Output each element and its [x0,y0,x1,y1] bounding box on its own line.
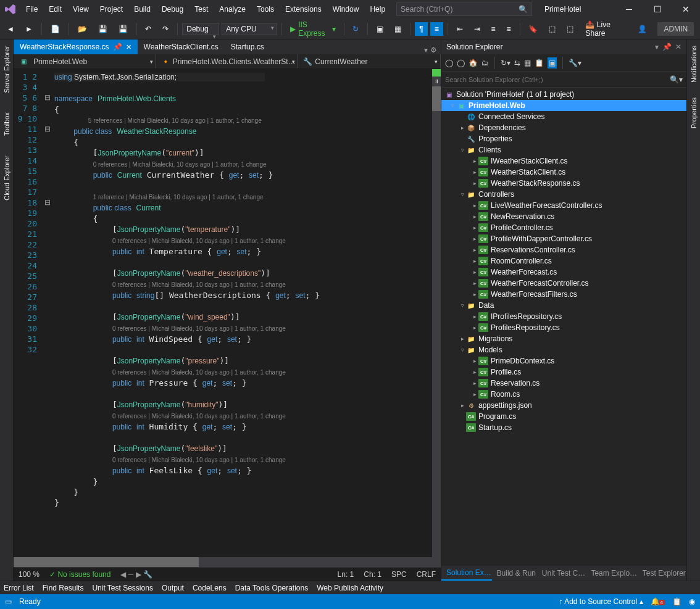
vertical-scrollbar[interactable]: ⏸ [432,69,441,557]
menu-build[interactable]: Build [129,2,156,16]
open-button[interactable]: 📂 [73,22,91,36]
tb-icon-3[interactable]: ¶ [415,22,427,36]
global-search[interactable]: Search (Ctrl+Q) 🔍 [396,2,532,16]
tree-file[interactable]: ▸C#WeatherStackClient.cs [441,167,686,178]
se-home-icon[interactable]: 🏠 [469,59,478,67]
tree-properties[interactable]: 🔧Properties [441,133,686,144]
tab-settings-icon[interactable]: ⚙ [430,46,437,54]
status-record-icon[interactable]: ◉ [689,597,695,606]
se-scope-icon[interactable]: ▣ [548,57,557,68]
menu-edit[interactable]: Edit [44,2,67,16]
tree-file[interactable]: ▸C#Profile.cs [441,367,686,378]
tree-folder-models[interactable]: ▿📁Models [441,344,686,355]
lineend-indicator[interactable]: CRLF [417,570,436,579]
tb-icon-2[interactable]: ▦ [390,22,406,36]
menu-extensions[interactable]: Extensions [280,2,327,16]
doc-tab-active[interactable]: WeatherStackResponse.cs 📌 ✕ [14,39,138,54]
tree-file[interactable]: ▸C#Room.cs [441,389,686,400]
tree-file[interactable]: ▸C#RoomController.cs [441,255,686,267]
tb-icon-6[interactable]: ⬚ [562,22,578,36]
tree-file[interactable]: ▸C#ProfilesRepository.cs [441,322,686,333]
se-sync-icon[interactable]: 🗂 [481,59,489,67]
menu-debug[interactable]: Debug [157,2,188,16]
menu-help[interactable]: Help [365,2,390,16]
bottom-tab-output[interactable]: Output [162,584,184,592]
tree-file[interactable]: ▸C#WeatherStackResponse.cs [441,178,686,189]
nav-fwd-button[interactable]: ► [21,22,37,36]
config-combo[interactable]: Debug [182,23,219,35]
bottom-tab-datatools[interactable]: Data Tools Operations [235,584,309,592]
tree-file[interactable]: ▸C#LiveWeatherForecastController.cs [441,200,686,211]
bottom-tab-codelens[interactable]: CodeLens [193,584,227,592]
nav-icons[interactable]: ◀ ─ ▶ 🔧 [120,570,152,579]
panel-tab-test[interactable]: Test Explorer [638,566,686,581]
notifications-button[interactable]: 🔔4 [651,597,665,606]
tree-file[interactable]: ▸C#ProfileController.cs [441,222,686,233]
se-back-icon[interactable]: ◯ [445,59,453,67]
indent-button[interactable]: ⇥ [470,22,485,36]
nav-class-combo[interactable]: 🔸PrimeHotel.Web.Clients.WeatherSt… [156,54,299,68]
minimize-button[interactable]: ─ [615,0,643,19]
tree-file[interactable]: ▸C#NewReservation.cs [441,211,686,222]
se-fwd-icon[interactable]: ◯ [457,59,465,67]
side-toolbox[interactable]: Toolbox [2,109,12,139]
solution-tree[interactable]: ▣Solution 'PrimeHotel' (1 of 1 project) … [441,88,686,566]
tree-file[interactable]: C#Startup.cs [441,422,686,433]
run-button[interactable]: IIS Express ▾ [286,19,339,39]
tree-file[interactable]: ▸⚙appsettings.json [441,400,686,411]
tree-project[interactable]: ▿▣PrimeHotel.Web [441,100,686,111]
panel-dropdown-icon[interactable]: ▾ [655,43,659,51]
menu-test[interactable]: Test [190,2,213,16]
panel-tab-unittest[interactable]: Unit Test C… [537,566,586,581]
tree-file[interactable]: ▸C#WeatherForecastFilters.cs [441,289,686,300]
menu-view[interactable]: View [68,2,94,16]
menu-window[interactable]: Window [328,2,364,16]
fold-gutter[interactable]: ⊟⊟⊟ [43,69,52,557]
doc-tab[interactable]: WeatherStackClient.cs [138,39,225,54]
uncomment-button[interactable]: ≡ [502,22,515,36]
platform-combo[interactable]: Any CPU [222,23,277,35]
bottom-tab-find[interactable]: Find Results [43,584,84,592]
tree-file[interactable]: ▸C#ReservationsController.cs [441,244,686,255]
tree-folder-migrations[interactable]: ▸📁Migrations [441,333,686,344]
tree-connected-services[interactable]: 🌐Connected Services [441,111,686,122]
tab-overflow-icon[interactable]: ▾ [424,46,428,54]
tree-solution[interactable]: ▣Solution 'PrimeHotel' (1 of 1 project) [441,89,686,100]
code-editor[interactable]: using System.Text.Json.Serialization; na… [52,69,432,557]
side-properties[interactable]: Properties [689,94,699,132]
se-wrench-icon[interactable]: 🔧▾ [569,59,581,67]
horizontal-scrollbar[interactable] [14,557,441,567]
tree-file[interactable]: ▸C#IProfilesRepository.cs [441,311,686,322]
tree-folder-clients[interactable]: ▿📁Clients [441,144,686,155]
new-project-button[interactable]: 📄 [46,22,64,36]
redo-button[interactable]: ↷ [158,22,173,36]
close-tab-icon[interactable]: ✕ [126,43,131,51]
bottom-tab-unittest[interactable]: Unit Test Sessions [92,584,153,592]
undo-button[interactable]: ↶ [141,22,156,36]
refresh-button[interactable]: ↻ [348,22,363,36]
nav-back-button[interactable]: ◄ [2,22,19,36]
pin-icon[interactable]: 📌 [113,43,122,51]
se-collapse-icon[interactable]: ⇆ [514,59,520,67]
live-share-button[interactable]: 📤 Live Share [580,19,631,39]
tree-file[interactable]: ▸C#IWeatherStackClient.cs [441,155,686,167]
save-button[interactable]: 💾 [94,22,112,36]
se-copy-icon[interactable]: 📋 [535,59,544,67]
tree-file[interactable]: ▸C#WeatherForecastController.cs [441,278,686,289]
outdent-button[interactable]: ⇤ [452,22,467,36]
comment-button[interactable]: ≡ [487,22,500,36]
tree-file[interactable]: ▸C#PrimeDbContext.cs [441,355,686,367]
se-search-input[interactable] [445,76,670,83]
bottom-tab-errorlist[interactable]: Error List [4,584,34,592]
close-button[interactable]: ✕ [672,0,700,19]
tree-file[interactable]: ▸C#ProfileWithDapperController.cs [441,233,686,244]
se-refresh-icon[interactable]: ↻▾ [501,59,510,67]
menu-analyze[interactable]: Analyze [214,2,251,16]
solution-explorer-search[interactable]: 🔍▾ [441,72,686,88]
source-control-button[interactable]: ↑ Add to Source Control ▴ [559,597,643,606]
panel-tab-solution[interactable]: Solution Ex… [441,566,492,581]
tree-folder-data[interactable]: ▿📁Data [441,300,686,311]
side-notifications[interactable]: Notifications [689,42,699,86]
panel-tab-team[interactable]: Team Explo… [586,566,637,581]
panel-close-icon[interactable]: ✕ [675,43,681,51]
